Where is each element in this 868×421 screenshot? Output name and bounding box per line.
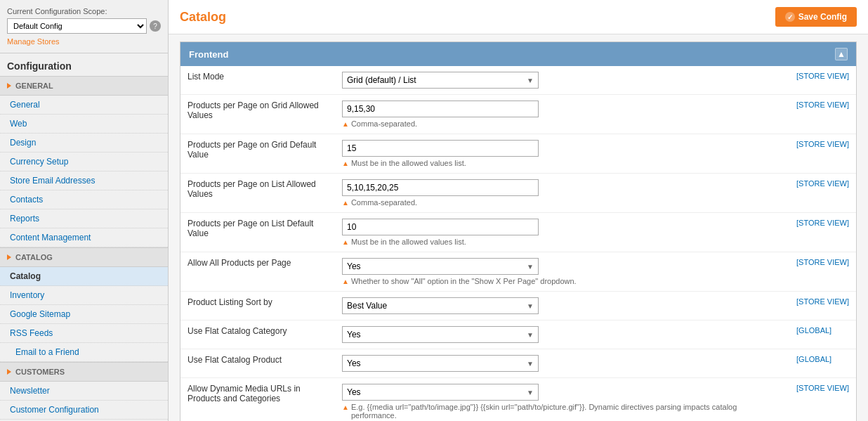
field-label-allow-all: Allow All Products per Page bbox=[180, 252, 335, 292]
main-area: Catalog ✓ Save Config Frontend ▲ List Mo… bbox=[169, 0, 868, 421]
select-wrapper-flat-product: YesNo ▼ bbox=[342, 355, 539, 372]
grid-default-input[interactable] bbox=[342, 140, 539, 157]
field-control-allow-all: YesNo ▼ ▲ Whether to show "All" option i… bbox=[335, 252, 789, 292]
nav-section-header-general[interactable]: GENERAL bbox=[0, 76, 168, 96]
triangle-customers bbox=[7, 369, 11, 375]
nav-item-rss-feeds[interactable]: RSS Feeds bbox=[0, 324, 168, 343]
manage-stores-link[interactable]: Manage Stores bbox=[7, 37, 161, 46]
scope-section: Current Configuration Scope: Default Con… bbox=[0, 0, 168, 53]
field-control-flat-category: YesNo ▼ bbox=[335, 320, 789, 349]
note-icon: ▲ bbox=[342, 120, 349, 128]
triangle-general bbox=[7, 83, 11, 89]
field-scope-flat-category: [GLOBAL] bbox=[789, 320, 856, 349]
dynamic-media-note: ▲ E.g. {{media url="path/to/image.jpg"}}… bbox=[342, 403, 782, 420]
field-scope-flat-product: [GLOBAL] bbox=[789, 349, 856, 378]
field-scope-dynamic-media: [STORE VIEW] bbox=[789, 378, 856, 422]
nav-item-customer-config[interactable]: Customer Configuration bbox=[0, 401, 168, 420]
nav-item-general[interactable]: General bbox=[0, 96, 168, 115]
save-config-label: Save Config bbox=[798, 12, 847, 22]
dynamic-media-select[interactable]: YesNo bbox=[343, 384, 538, 400]
save-icon: ✓ bbox=[785, 12, 795, 22]
nav-section-general: GENERAL General Web Design Currency Setu… bbox=[0, 76, 168, 247]
nav-item-web[interactable]: Web bbox=[0, 115, 168, 134]
field-label-list-allowed: Products per Page on List Allowed Values bbox=[180, 174, 335, 213]
main-body: Frontend ▲ List Mode Grid (default) / Li… bbox=[169, 34, 868, 421]
table-row: Product Listing Sort by Best ValueNamePr… bbox=[180, 292, 856, 320]
field-control-list-default: ▲ Must be in the allowed values list. bbox=[335, 213, 789, 252]
main-header: Catalog ✓ Save Config bbox=[169, 0, 868, 34]
nav-item-store-email[interactable]: Store Email Addresses bbox=[0, 171, 168, 190]
table-row: List Mode Grid (default) / ListList (def… bbox=[180, 66, 856, 95]
allow-all-select[interactable]: YesNo bbox=[343, 259, 538, 274]
table-row: Products per Page on Grid Allowed Values… bbox=[180, 95, 856, 134]
frontend-collapse-button[interactable]: ▲ bbox=[835, 48, 848, 60]
table-row: Allow All Products per Page YesNo ▼ ▲ Wh… bbox=[180, 252, 856, 292]
field-label-sort-by: Product Listing Sort by bbox=[180, 292, 335, 320]
field-control-grid-allowed: ▲ Comma-separated. bbox=[335, 95, 789, 134]
list-default-input[interactable] bbox=[342, 219, 539, 235]
nav-section-customers: CUSTOMERS Newsletter Customer Configurat… bbox=[0, 362, 168, 420]
scope-select-row: Default Config ? bbox=[7, 18, 161, 34]
save-config-button[interactable]: ✓ Save Config bbox=[775, 7, 857, 27]
config-heading: Configuration bbox=[0, 53, 168, 76]
field-control-flat-product: YesNo ▼ bbox=[335, 349, 789, 378]
section-header-frontend: Frontend ▲ bbox=[180, 42, 856, 66]
field-label-grid-allowed: Products per Page on Grid Allowed Values bbox=[180, 95, 335, 134]
nav-section-catalog: CATALOG Catalog Inventory Google Sitemap… bbox=[0, 247, 168, 362]
frontend-section: Frontend ▲ List Mode Grid (default) / Li… bbox=[180, 41, 857, 421]
field-scope-list-default: [STORE VIEW] bbox=[789, 213, 856, 252]
list-allowed-input[interactable] bbox=[342, 179, 539, 196]
list-allowed-note-text: Comma-separated. bbox=[351, 198, 417, 207]
nav-item-google-sitemap[interactable]: Google Sitemap bbox=[0, 305, 168, 324]
field-scope-allow-all: [STORE VIEW] bbox=[789, 252, 856, 292]
table-row: Products per Page on Grid Default Value … bbox=[180, 134, 856, 174]
flat-category-select[interactable]: YesNo bbox=[343, 327, 538, 342]
nav-item-reports[interactable]: Reports bbox=[0, 209, 168, 228]
scope-select[interactable]: Default Config bbox=[7, 18, 147, 34]
field-control-sort-by: Best ValueNamePrice ▼ bbox=[335, 292, 789, 320]
nav-item-contacts[interactable]: Contacts bbox=[0, 190, 168, 209]
nav-section-header-catalog[interactable]: CATALOG bbox=[0, 247, 168, 267]
table-row: Allow Dynamic Media URLs in Products and… bbox=[180, 378, 856, 422]
nav-item-design[interactable]: Design bbox=[0, 134, 168, 153]
field-scope-list-mode: [STORE VIEW] bbox=[789, 66, 856, 95]
sidebar: Current Configuration Scope: Default Con… bbox=[0, 0, 169, 421]
allow-all-note-text: Whether to show "All" option in the "Sho… bbox=[351, 277, 577, 285]
table-row: Use Flat Catalog Category YesNo ▼ [GLOBA… bbox=[180, 320, 856, 349]
section-title-frontend: Frontend bbox=[189, 49, 228, 60]
help-icon[interactable]: ? bbox=[150, 20, 161, 32]
nav-item-currency-setup[interactable]: Currency Setup bbox=[0, 153, 168, 171]
allow-all-note: ▲ Whether to show "All" option in the "S… bbox=[342, 277, 782, 285]
triangle-catalog bbox=[7, 254, 11, 260]
select-wrapper-allow-all: YesNo ▼ bbox=[342, 258, 539, 275]
field-label-dynamic-media: Allow Dynamic Media URLs in Products and… bbox=[180, 378, 335, 422]
nav-item-catalog[interactable]: Catalog bbox=[0, 267, 168, 286]
dynamic-media-note-text: E.g. {{media url="path/to/image.jpg"}} {… bbox=[351, 403, 782, 420]
nav-item-email-friend[interactable]: Email to a Friend bbox=[0, 343, 168, 362]
table-row: Products per Page on List Allowed Values… bbox=[180, 174, 856, 213]
field-control-grid-default: ▲ Must be in the allowed values list. bbox=[335, 134, 789, 174]
nav-item-content-mgmt[interactable]: Content Management bbox=[0, 228, 168, 247]
field-control-list-allowed: ▲ Comma-separated. bbox=[335, 174, 789, 213]
grid-allowed-input[interactable] bbox=[342, 101, 539, 117]
note-icon: ▲ bbox=[342, 238, 349, 246]
field-label-grid-default: Products per Page on Grid Default Value bbox=[180, 134, 335, 174]
field-label-list-mode: List Mode bbox=[180, 66, 335, 95]
nav-section-header-customers[interactable]: CUSTOMERS bbox=[0, 362, 168, 382]
field-scope-sort-by: [STORE VIEW] bbox=[789, 292, 856, 320]
nav-item-newsletter[interactable]: Newsletter bbox=[0, 382, 168, 401]
field-label-flat-product: Use Flat Catalog Product bbox=[180, 349, 335, 378]
select-wrapper-list-mode: Grid (default) / ListList (default) / Gr… bbox=[342, 72, 539, 89]
list-mode-select[interactable]: Grid (default) / ListList (default) / Gr… bbox=[343, 72, 538, 88]
field-scope-list-allowed: [STORE VIEW] bbox=[789, 174, 856, 213]
field-label-list-default: Products per Page on List Default Value bbox=[180, 213, 335, 252]
note-icon: ▲ bbox=[342, 278, 349, 285]
field-scope-grid-allowed: [STORE VIEW] bbox=[789, 95, 856, 134]
sort-by-select[interactable]: Best ValueNamePrice bbox=[343, 298, 538, 313]
frontend-config-table: List Mode Grid (default) / ListList (def… bbox=[180, 66, 856, 421]
list-default-note-text: Must be in the allowed values list. bbox=[351, 238, 466, 246]
flat-product-select[interactable]: YesNo bbox=[343, 356, 538, 371]
nav-item-inventory[interactable]: Inventory bbox=[0, 286, 168, 305]
nav-section-label-general: GENERAL bbox=[15, 82, 53, 90]
nav-section-label-catalog: CATALOG bbox=[15, 253, 53, 261]
